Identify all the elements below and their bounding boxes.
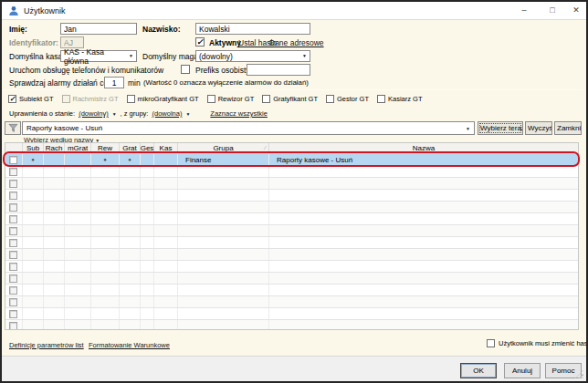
product-kasiarz[interactable]: ✓ Kasiarz GT xyxy=(377,95,423,103)
cell-kas xyxy=(154,154,178,165)
permission-search-combo[interactable]: Raporty kasowe - Usuń ▼ xyxy=(22,121,475,135)
ok-button[interactable]: OK xyxy=(460,363,497,378)
table-row[interactable] xyxy=(5,213,578,225)
sort-indicator-icon: ∕ xyxy=(265,145,266,150)
prefix-field[interactable] xyxy=(247,64,310,76)
active-label: Aktywny xyxy=(209,38,241,47)
table-row[interactable] xyxy=(5,225,578,237)
table-row[interactable] xyxy=(5,285,578,296)
choose-now-button[interactable]: Wybierz teraz xyxy=(478,121,523,135)
chevron-down-icon[interactable]: ▼ xyxy=(112,111,117,117)
col-rew[interactable]: Rew xyxy=(91,143,120,153)
alarms-field[interactable] xyxy=(104,77,124,88)
rewizor-checkbox[interactable]: ✓ xyxy=(207,95,215,103)
row-checkbox[interactable] xyxy=(9,298,17,306)
row-checkbox[interactable] xyxy=(9,192,17,200)
cell-rew: ● xyxy=(91,154,120,165)
phones-checkbox[interactable]: ✓ xyxy=(181,65,190,74)
active-checkbox[interactable]: ✓ xyxy=(195,37,205,47)
gratyfikant-checkbox[interactable]: ✓ xyxy=(262,95,270,103)
clear-button[interactable]: Wyczyść xyxy=(525,121,552,135)
table-row[interactable] xyxy=(5,261,578,273)
maximize-button[interactable]: □ xyxy=(542,3,562,18)
col-rach[interactable]: Rach xyxy=(44,143,65,153)
table-row[interactable] xyxy=(5,249,578,261)
row-checkbox[interactable] xyxy=(9,168,17,176)
state-filter-dropdown[interactable]: (dowolny) xyxy=(79,109,109,118)
minimize-button[interactable]: – xyxy=(514,3,534,18)
product-rewizor[interactable]: ✓ Rewizor GT xyxy=(207,95,255,103)
row-checkbox[interactable] xyxy=(9,251,17,259)
last-name-label: Nazwisko: xyxy=(142,25,181,34)
table-row[interactable] xyxy=(5,178,578,190)
first-name-field[interactable] xyxy=(60,23,137,35)
close-panel-button[interactable]: Zamknij xyxy=(554,121,582,135)
row-checkbox[interactable] xyxy=(9,215,17,223)
col-ges[interactable]: Ges xyxy=(141,143,154,153)
close-icon[interactable]: ✕ xyxy=(566,3,586,18)
row-checkbox[interactable] xyxy=(9,263,17,271)
check-icon: ✓ xyxy=(196,37,204,47)
row-checkbox[interactable] xyxy=(9,203,17,212)
table-row[interactable] xyxy=(5,190,578,202)
table-row[interactable] xyxy=(5,237,578,249)
group-filter-dropdown[interactable]: (dowolna) xyxy=(152,109,182,118)
mikrogratyfikant-checkbox[interactable]: ✓ xyxy=(127,95,135,103)
first-name-label: Imię: xyxy=(9,25,27,34)
list-params-link[interactable]: Definicje parametrów list xyxy=(9,341,84,349)
table-row[interactable] xyxy=(5,296,578,308)
separator xyxy=(5,89,583,90)
table-header[interactable]: Sub Rach mGrat Rew Grat Ges Kas Grupa ∕ … xyxy=(5,143,578,154)
product-checkboxes: ✓ Subiekt GT ✓ Rachmistrz GT ✓ mikroGrat… xyxy=(8,95,423,103)
col-nazwa[interactable]: Nazwa xyxy=(269,143,578,153)
must-change-password: ✓ Użytkownik musi zmienić hasło xyxy=(487,339,588,347)
table-row[interactable] xyxy=(5,202,578,213)
product-label: Gratyfikant GT xyxy=(273,95,318,103)
cancel-button[interactable]: Anuluj xyxy=(504,363,541,378)
gestor-checkbox[interactable]: ✓ xyxy=(326,95,334,103)
kasiarz-checkbox[interactable]: ✓ xyxy=(377,95,385,103)
col-kas[interactable]: Kas xyxy=(154,143,178,153)
row-checkbox[interactable] xyxy=(9,322,17,330)
row-checkbox[interactable] xyxy=(9,227,17,235)
prefix-label: Prefiks osobisty: xyxy=(195,66,252,75)
alarms-label: Sprawdzaj alarmy działań co: xyxy=(9,78,110,88)
last-name-field[interactable] xyxy=(195,23,310,35)
product-mikrogratyfikant[interactable]: ✓ mikroGratyfikant GT xyxy=(127,95,199,103)
table-row[interactable] xyxy=(5,273,578,285)
table-row[interactable] xyxy=(5,320,578,330)
default-cash-select[interactable]: KAS - Kasa główna ▼ xyxy=(60,50,137,62)
conditional-formatting-link[interactable]: Formatowanie Warunkowe xyxy=(89,341,170,349)
row-checkbox[interactable] xyxy=(9,274,17,283)
row-checkbox[interactable] xyxy=(9,239,17,247)
col-grat[interactable]: Grat xyxy=(120,143,141,153)
address-data-link[interactable]: Dane adresowe xyxy=(269,38,324,47)
chevron-down-icon: ▼ xyxy=(302,54,307,58)
col-checkbox[interactable] xyxy=(5,143,23,153)
chevron-down-icon[interactable]: ▼ xyxy=(185,111,190,117)
row-checkbox[interactable] xyxy=(9,180,17,188)
row-checkbox[interactable] xyxy=(9,310,17,318)
table-row[interactable] xyxy=(5,308,578,320)
col-mgrat[interactable]: mGrat xyxy=(65,143,91,153)
select-all-link[interactable]: Zaznacz wszystkie xyxy=(210,109,268,118)
cell-grat: ● xyxy=(120,154,141,165)
default-warehouse-select[interactable]: (dowolny) ▼ xyxy=(195,50,310,62)
col-sub[interactable]: Sub xyxy=(23,143,44,153)
filter-button[interactable] xyxy=(5,121,21,135)
product-subiekt[interactable]: ✓ Subiekt GT xyxy=(8,95,54,103)
alarms-unit: min xyxy=(128,78,141,88)
subiekt-checkbox[interactable]: ✓ xyxy=(8,95,16,103)
table-row[interactable] xyxy=(5,166,578,178)
row-checkbox[interactable] xyxy=(9,286,17,295)
col-grupa[interactable]: Grupa ∕ xyxy=(178,143,269,153)
product-gratyfikant[interactable]: ✓ Gratyfikant GT xyxy=(262,95,318,103)
selected-row[interactable]: ● ● ● Finanse Raporty kasowe - Usuń xyxy=(5,154,578,166)
permissions-filter-row: Uprawnienia o stanie: (dowolny) ▼ , z gr… xyxy=(9,109,268,118)
help-button[interactable]: Pomoc xyxy=(545,363,582,378)
product-rachmistrz: ✓ Rachmistrz GT xyxy=(62,95,119,103)
must-change-password-label: Użytkownik musi zmienić hasło xyxy=(499,339,588,347)
row-checkbox[interactable] xyxy=(9,156,17,164)
product-gestor[interactable]: ✓ Gestor GT xyxy=(326,95,369,103)
must-change-password-checkbox[interactable]: ✓ xyxy=(487,339,495,347)
